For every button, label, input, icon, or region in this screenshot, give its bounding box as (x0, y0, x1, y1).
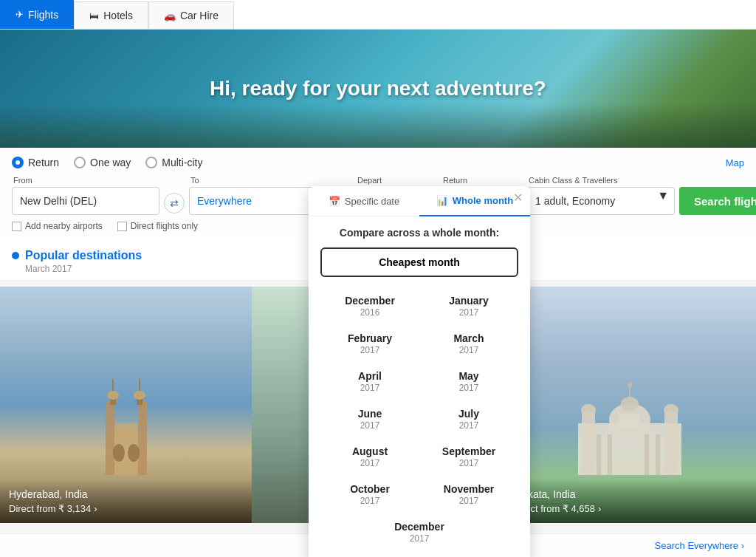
svg-rect-24 (645, 434, 649, 475)
hyderabad-overlay: Hyderabad, India Direct from ₹ 3,134 › (0, 479, 252, 523)
from-group: From (12, 176, 159, 215)
kolkata-overlay: Kolkata, India Direct from ₹ 4,658 › (504, 479, 756, 523)
hotels-icon: 🛏 (89, 10, 99, 21)
tab-hotels[interactable]: 🛏 Hotels (74, 1, 148, 29)
hero-banner: Hi, ready for your next adventure? (0, 30, 756, 148)
popup-tabs: 📅 Specific date 📊 Whole month ✕ (309, 186, 530, 216)
month-december-2016[interactable]: December 2016 (320, 287, 419, 325)
radio-multi-city[interactable]: Multi-city (145, 157, 202, 168)
svg-point-21 (664, 404, 678, 416)
depart-label: Depart (356, 176, 437, 185)
svg-rect-2 (106, 401, 114, 475)
month-august-2017[interactable]: August 2017 (320, 438, 419, 476)
card-hyderabad[interactable]: Hyderabad, India Direct from ₹ 3,134 › (0, 287, 252, 523)
month-july-2017[interactable]: July 2017 (419, 400, 518, 438)
search-flights-button[interactable]: Search flights → (679, 187, 756, 215)
month-january-2017[interactable]: January 2017 (419, 287, 518, 325)
svg-point-17 (628, 383, 632, 387)
radio-multi-city-label: Multi-city (162, 157, 202, 168)
kolkata-price-arrow: › (598, 503, 601, 514)
trip-type-row: Return One way Multi-city Map (12, 157, 744, 168)
hyderabad-monument-svg (60, 357, 193, 482)
cabin-group: Cabin Class & Travellers ▼ (527, 176, 675, 215)
month-october-2017[interactable]: October 2017 (320, 476, 419, 513)
kolkata-price: Direct from ₹ 4,658 › (513, 503, 747, 514)
return-label: Return (441, 176, 523, 185)
search-everywhere-link[interactable]: Search Everywhere › (655, 540, 744, 551)
month-september-2017[interactable]: September 2017 (419, 438, 518, 476)
date-picker-popup: 📅 Specific date 📊 Whole month ✕ Compare … (309, 186, 530, 557)
popular-dot (12, 252, 19, 259)
month-december-2017[interactable]: December 2017 (320, 513, 518, 551)
cabin-input[interactable] (527, 187, 675, 215)
from-input[interactable] (12, 187, 159, 215)
month-february-2017[interactable]: February 2017 (320, 325, 419, 363)
svg-rect-1 (115, 423, 137, 438)
hyderabad-city: Hyderabad, India (9, 488, 243, 501)
tab-hotels-label: Hotels (103, 10, 133, 21)
card-kolkata[interactable]: Kolkata, India Direct from ₹ 4,658 › (504, 287, 756, 523)
radio-one-way-label: One way (90, 157, 131, 168)
direct-flights-box (117, 222, 127, 231)
svg-point-8 (107, 391, 119, 400)
months-grid: December 2016 January 2017 February 2017… (320, 287, 518, 551)
tab-flights[interactable]: ✈ Flights (0, 0, 74, 29)
svg-point-6 (113, 444, 125, 462)
top-navigation: ✈ Flights 🛏 Hotels 🚗 Car Hire (0, 0, 756, 30)
hyderabad-price: Direct from ₹ 3,134 › (9, 503, 243, 514)
calendar-icon: 📅 (329, 196, 340, 207)
swap-icon: ⇄ (170, 197, 179, 209)
tab-specific-label: Specific date (345, 196, 399, 207)
tab-whole-label: Whole month (453, 195, 513, 206)
tab-flights-label: Flights (28, 9, 58, 21)
month-may-2017[interactable]: May 2017 (419, 363, 518, 400)
direct-flights-label: Direct flights only (131, 221, 198, 231)
cheapest-month-button[interactable]: Cheapest month (320, 247, 518, 277)
map-link[interactable]: Map (726, 157, 744, 168)
radio-return-circle (12, 157, 24, 168)
add-nearby-from-checkbox[interactable]: Add nearby airports (12, 221, 103, 231)
tab-specific-date[interactable]: 📅 Specific date (309, 186, 419, 216)
month-april-2017[interactable]: April 2017 (320, 363, 419, 400)
svg-rect-14 (619, 414, 640, 428)
kolkata-city: Kolkata, India (513, 488, 747, 501)
chart-icon: 📊 (436, 195, 448, 206)
search-btn-label: Search flights → (694, 195, 756, 208)
radio-return[interactable]: Return (12, 157, 59, 168)
hyderabad-price-arrow: › (94, 503, 97, 514)
radio-return-label: Return (28, 157, 59, 168)
popup-close-button[interactable]: ✕ (513, 192, 523, 204)
svg-rect-22 (597, 434, 601, 475)
svg-rect-18 (582, 412, 595, 475)
svg-rect-3 (138, 401, 147, 475)
swap-button[interactable]: ⇄ (164, 193, 185, 213)
radio-one-way-circle (74, 157, 86, 168)
to-label: To (189, 176, 351, 185)
tab-car-hire[interactable]: 🚗 Car Hire (148, 1, 234, 29)
direct-flights-checkbox[interactable]: Direct flights only (117, 221, 198, 231)
radio-one-way[interactable]: One way (74, 157, 131, 168)
month-november-2017[interactable]: November 2017 (419, 476, 518, 513)
radio-multi-city-circle (145, 157, 157, 168)
svg-point-20 (581, 404, 596, 416)
tab-car-hire-label: Car Hire (180, 10, 219, 21)
hero-title: Hi, ready for your next adventure? (210, 77, 546, 100)
popular-title-text: Popular destinations (25, 249, 142, 262)
cabin-label: Cabin Class & Travellers (527, 176, 675, 185)
svg-rect-19 (664, 412, 678, 475)
svg-point-7 (128, 444, 140, 462)
svg-point-15 (621, 397, 639, 411)
svg-rect-23 (608, 434, 612, 475)
popup-compare-label: Compare across a whole month: (320, 227, 518, 239)
add-nearby-from-box (12, 222, 21, 231)
svg-rect-25 (656, 434, 660, 475)
month-march-2017[interactable]: March 2017 (419, 325, 518, 363)
from-label: From (12, 176, 159, 185)
month-june-2017[interactable]: June 2017 (320, 400, 419, 438)
add-nearby-from-label: Add nearby airports (25, 221, 103, 231)
flights-icon: ✈ (16, 9, 24, 20)
car-icon: 🚗 (164, 10, 176, 21)
svg-point-9 (134, 391, 145, 400)
kolkata-monument-svg (556, 364, 704, 482)
popup-body: Compare across a whole month: Cheapest m… (309, 216, 530, 557)
